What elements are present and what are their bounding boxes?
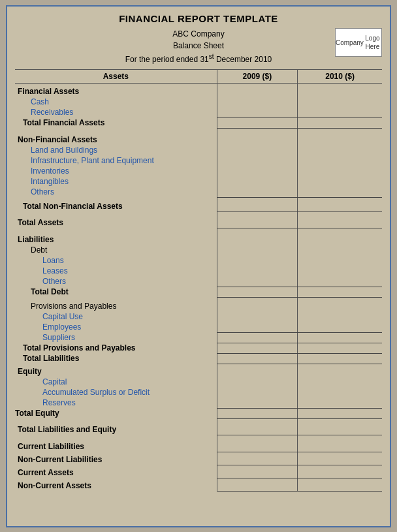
non-current-assets-row: Non-Current Assets — [15, 478, 382, 491]
emp-2009 — [217, 322, 298, 332]
total-debt-label: Total Debt — [15, 287, 217, 297]
total-liabilities-label: Total Liabilities — [15, 353, 217, 364]
financial-assets-label: Financial Assets — [15, 84, 217, 97]
total-liab-equity-label: Total Liabilities and Equity — [15, 422, 217, 435]
total-equity-row: Total Equity — [15, 408, 382, 418]
total-financial-assets-row: Total Financial Assets — [15, 117, 382, 128]
total-liabilities-row: Total Liabilities — [15, 353, 382, 364]
equity-label: Equity — [15, 364, 217, 377]
debt-label: Debt — [15, 245, 217, 255]
total-financial-assets-label: Total Financial Assets — [15, 117, 217, 128]
capital-use-row: Capital Use — [15, 311, 382, 322]
debt-others-row: Others — [15, 276, 382, 287]
debt-others-2009 — [217, 276, 298, 287]
infra-2010 — [298, 155, 382, 166]
cash-2009 — [217, 97, 298, 107]
balance-sheet-table: Assets 2009 ($) 2010 ($) Financial Asset… — [15, 69, 382, 492]
emp-2010 — [298, 322, 382, 332]
others-label: Others — [15, 187, 217, 197]
infrastructure-label: Infrastructure, Plant and Equipment — [15, 155, 217, 166]
receivables-2010 — [298, 107, 382, 117]
total-assets-2009 — [217, 215, 298, 228]
equity-2010 — [298, 364, 382, 377]
provisions-label: Provisions and Payables — [15, 301, 217, 311]
suppliers-row: Suppliers — [15, 332, 382, 343]
inventories-row: Inventories — [15, 166, 382, 176]
infra-2009 — [217, 155, 298, 166]
nfa-2010 — [298, 132, 382, 145]
report-title: FINANCIAL REPORT TEMPLATE — [15, 13, 382, 24]
total-debt-2009 — [217, 287, 298, 297]
non-current-liabilities-row: Non-Current Liabilities — [15, 452, 382, 465]
total-nfa-label: Total Non-Financial Assets — [15, 201, 217, 211]
employees-label: Employees — [15, 322, 217, 332]
ncl-2009 — [217, 452, 298, 465]
prov-2009 — [217, 301, 298, 311]
res-2010 — [298, 398, 382, 408]
sup-2010 — [298, 332, 382, 343]
debt-2009 — [217, 245, 298, 255]
financial-assets-header: Financial Assets — [15, 84, 382, 97]
total-financial-assets-2009 — [217, 117, 298, 128]
total-liab-equity-row: Total Liabilities and Equity — [15, 422, 382, 435]
nca-2009 — [217, 478, 298, 491]
loans-2010 — [298, 255, 382, 266]
total-debt-row: Total Debt — [15, 287, 382, 297]
provisions-header: Provisions and Payables — [15, 301, 382, 311]
non-current-liabilities-label: Non-Current Liabilities — [15, 452, 217, 465]
receivables-2009 — [217, 107, 298, 117]
cl-2010 — [298, 439, 382, 452]
liab-2010 — [298, 232, 382, 245]
total-le-2009 — [217, 422, 298, 435]
capital-row: Capital — [15, 377, 382, 387]
debt-row: Debt — [15, 245, 382, 255]
non-current-assets-label: Non-Current Assets — [15, 478, 217, 491]
intang-2009 — [217, 176, 298, 187]
receivables-label: Receivables — [15, 107, 217, 117]
non-financial-assets-header: Non-Financial Assets — [15, 132, 382, 145]
debt-others-2010 — [298, 276, 382, 287]
total-financial-assets-2010 — [298, 117, 382, 128]
capital-2010 — [298, 377, 382, 387]
inventories-label: Inventories — [15, 166, 217, 176]
total-equity-label: Total Equity — [15, 408, 217, 418]
current-assets-label: Current Assets — [15, 465, 217, 478]
loans-row: Loans — [15, 255, 382, 266]
employees-row: Employees — [15, 322, 382, 332]
sheet-type: Balance Sheet — [125, 40, 272, 52]
total-eq-2009 — [217, 408, 298, 418]
current-assets-row: Current Assets — [15, 465, 382, 478]
total-nfa-row: Total Non-Financial Assets — [15, 201, 382, 211]
leases-2010 — [298, 266, 382, 276]
col-assets-header: Assets — [15, 70, 217, 84]
others-2009 — [217, 187, 298, 197]
leases-label: Leases — [15, 266, 217, 276]
intang-2010 — [298, 176, 382, 187]
debt-others-label: Others — [15, 276, 217, 287]
ca-2009 — [217, 465, 298, 478]
reserves-row: Reserves — [15, 398, 382, 408]
company-info: ABC Company Balance Sheet For the period… — [125, 28, 272, 65]
total-liab-2009 — [217, 353, 298, 364]
suppliers-label: Suppliers — [15, 332, 217, 343]
infrastructure-row: Infrastructure, Plant and Equipment — [15, 155, 382, 166]
col-2009-header: 2009 ($) — [217, 70, 298, 84]
period-text: For the period ended 31st December 2010 — [125, 52, 272, 65]
equity-header: Equity — [15, 364, 382, 377]
page: FINANCIAL REPORT TEMPLATE ABC Company Ba… — [6, 5, 391, 527]
receivables-row: Receivables — [15, 107, 382, 117]
cash-label: Cash — [15, 97, 217, 107]
total-eq-2010 — [298, 408, 382, 418]
accumulated-label: Accumulated Surplus or Deficit — [15, 387, 217, 398]
nca-2010 — [298, 478, 382, 491]
land-buildings-row: Land and Buildings — [15, 145, 382, 155]
total-prov-2009 — [217, 343, 298, 353]
lb-2009 — [217, 145, 298, 155]
cl-2009 — [217, 439, 298, 452]
company-name: ABC Company — [125, 28, 272, 40]
table-header: Assets 2009 ($) 2010 ($) — [15, 70, 382, 84]
total-debt-2010 — [298, 287, 382, 297]
sup-2009 — [217, 332, 298, 343]
intangibles-label: Intangibles — [15, 176, 217, 187]
liab-2009 — [217, 232, 298, 245]
